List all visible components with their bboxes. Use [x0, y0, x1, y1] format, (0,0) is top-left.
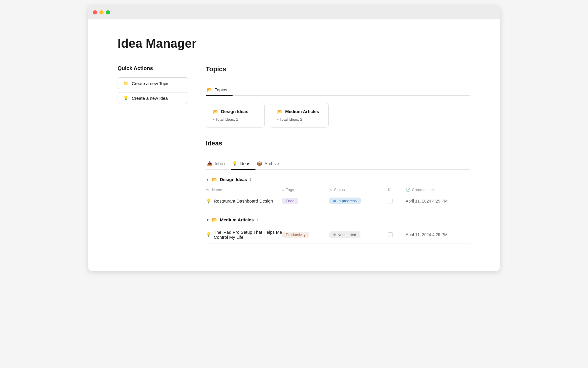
folder-group-design-icon: 📂 [212, 177, 218, 182]
table-row[interactable]: 💡 The iPad Pro Setup That Helps Me Contr… [206, 226, 470, 243]
clock-col-icon: 🕐 [406, 188, 410, 192]
chevron-design-icon[interactable]: ▼ [206, 178, 209, 182]
close-button[interactable] [93, 10, 97, 14]
archive-icon: 📦 [257, 161, 262, 166]
created-time-restaurant: April 11, 2024 4:29 PM [406, 199, 470, 203]
group-header-medium: ▼ 📂 Medium Articles 1 [206, 217, 470, 223]
group-title-medium: Medium Articles [220, 217, 254, 222]
table-header-design: Aa Name ≡ Tags ✳ Status [206, 186, 470, 194]
topics-grid: 📂 Design Ideas • Total Ideas: 1 📂 Medium… [206, 103, 470, 128]
topics-divider [206, 78, 470, 78]
col-header-tags: ≡ Tags [282, 188, 329, 192]
inbox-label: Inbox [215, 161, 225, 166]
main-layout: Quick Actions 📁 Create a new Topic 💡 Cre… [118, 65, 470, 252]
status-cell-inprogress: In progress [329, 198, 388, 204]
status-cell-notstarted: Not started [329, 231, 388, 238]
inbox-icon: 📥 [207, 161, 213, 166]
bulb-icon: 💡 [123, 95, 129, 101]
ideas-divider [206, 152, 470, 152]
tags-col-icon: ≡ [282, 188, 285, 192]
tab-archive[interactable]: 📦 Archive [255, 158, 284, 170]
idea-name-ipad: 💡 The iPad Pro Setup That Helps Me Contr… [206, 230, 282, 240]
group-count-design: 1 [249, 177, 251, 182]
ideas-tab-icon: 💡 [232, 161, 238, 166]
create-idea-label: Create a new Idea [132, 96, 168, 101]
status-badge-inprogress: In progress [329, 198, 361, 204]
topic-card-meta-medium: • Total Ideas: 2 [277, 117, 321, 122]
group-medium-articles: ▼ 📂 Medium Articles 1 💡 The iPad Pro Set… [206, 217, 470, 243]
checkbox-cell-restaurant[interactable] [388, 199, 406, 203]
idea-bulb-icon: 💡 [206, 198, 211, 204]
app-window: Idea Manager Quick Actions 📁 Create a ne… [88, 6, 500, 271]
topic-card-title-medium: 📂 Medium Articles [277, 109, 321, 114]
checkbox-cell-ipad[interactable] [388, 232, 406, 237]
group-count-medium: 1 [256, 218, 258, 222]
ideas-tabs: 📥 Inbox 💡 Ideas 📦 Archive [206, 158, 470, 170]
topic-card-design-ideas[interactable]: 📂 Design Ideas • Total Ideas: 1 [206, 103, 265, 128]
quick-actions-title: Quick Actions [118, 65, 188, 72]
status-badge-notstarted: Not started [329, 231, 360, 238]
create-topic-button[interactable]: 📁 Create a new Topic [118, 77, 188, 89]
group-title-design: Design Ideas [220, 177, 247, 182]
col-header-created-time: 🕐 Created time [406, 188, 470, 192]
tag-cell-food: Food [282, 198, 329, 204]
checkbox-ipad[interactable] [388, 232, 393, 237]
topic-card-title-design: 📂 Design Ideas [213, 109, 257, 114]
checkbox-restaurant[interactable] [388, 199, 393, 203]
col-header-checkbox: ☑ [388, 188, 406, 192]
topics-section-title: Topics [206, 65, 470, 73]
tag-productivity: Productivity [282, 232, 309, 238]
status-dot-blue [333, 200, 336, 202]
group-header-design: ▼ 📂 Design Ideas 1 [206, 177, 470, 182]
archive-label: Archive [264, 161, 279, 166]
chevron-medium-icon[interactable]: ▼ [206, 218, 209, 222]
checkbox-col-icon: ☑ [388, 188, 392, 192]
group-design-ideas: ▼ 📂 Design Ideas 1 Aa Name ≡ [206, 177, 470, 208]
folder-icon-design: 📂 [213, 109, 219, 114]
table-row[interactable]: 💡 Restaurant Dashboard Design Food In pr… [206, 194, 470, 208]
main-panel: Topics 📂 Topics 📂 Design Ideas [206, 65, 470, 252]
created-time-ipad: April 11, 2024 4:29 PM [406, 232, 470, 237]
create-idea-button[interactable]: 💡 Create a new Idea [118, 92, 188, 104]
folder-icon: 📁 [123, 81, 129, 86]
maximize-button[interactable] [106, 10, 110, 14]
col-header-name: Aa Name [206, 188, 282, 192]
topic-card-medium-articles[interactable]: 📂 Medium Articles • Total Ideas: 2 [270, 103, 329, 128]
ideas-label: Ideas [240, 161, 250, 166]
folder-group-medium-icon: 📂 [212, 217, 218, 223]
tab-topics[interactable]: 📂 Topics [206, 84, 233, 96]
idea-bulb-icon-ipad: 💡 [206, 232, 211, 237]
folder-tab-icon: 📂 [207, 87, 213, 92]
status-dot-gray [333, 233, 336, 236]
topics-area: Topics 📂 Topics 📂 Design Ideas [206, 65, 470, 128]
name-col-icon: Aa [206, 188, 211, 192]
tab-inbox[interactable]: 📥 Inbox [206, 158, 231, 170]
topics-tab-label: Topics [215, 87, 227, 92]
tag-food: Food [282, 198, 298, 204]
folder-icon-medium: 📂 [277, 109, 283, 114]
idea-name-restaurant: 💡 Restaurant Dashboard Design [206, 198, 282, 204]
tag-cell-productivity: Productivity [282, 232, 329, 238]
topics-tabs: 📂 Topics [206, 84, 470, 96]
minimize-button[interactable] [99, 10, 103, 14]
status-col-icon: ✳ [329, 188, 333, 192]
topic-card-meta-design: • Total Ideas: 1 [213, 117, 257, 122]
ideas-section: Ideas 📥 Inbox 💡 Ideas 📦 A [206, 140, 470, 244]
create-topic-label: Create a new Topic [132, 81, 169, 86]
page-content: Idea Manager Quick Actions 📁 Create a ne… [88, 19, 500, 270]
col-header-status: ✳ Status [329, 188, 388, 192]
page-title: Idea Manager [118, 37, 470, 51]
sidebar: Quick Actions 📁 Create a new Topic 💡 Cre… [118, 65, 188, 107]
titlebar [88, 6, 500, 19]
ideas-section-title: Ideas [206, 140, 470, 147]
tab-ideas[interactable]: 💡 Ideas [231, 158, 256, 170]
